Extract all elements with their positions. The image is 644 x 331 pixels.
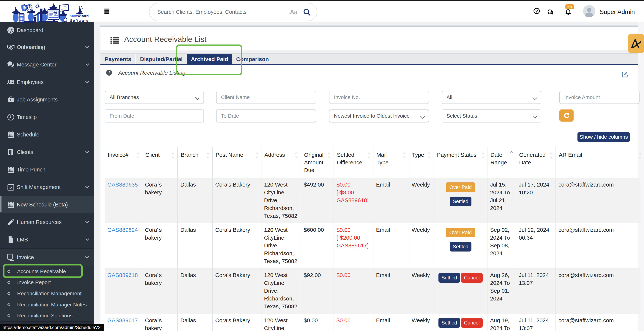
svg-text:StaffWizard: StaffWizard (70, 14, 88, 18)
svg-text:$: $ (24, 6, 25, 10)
svg-text:Software: Software (70, 19, 89, 22)
svg-text:?: ? (535, 9, 538, 13)
